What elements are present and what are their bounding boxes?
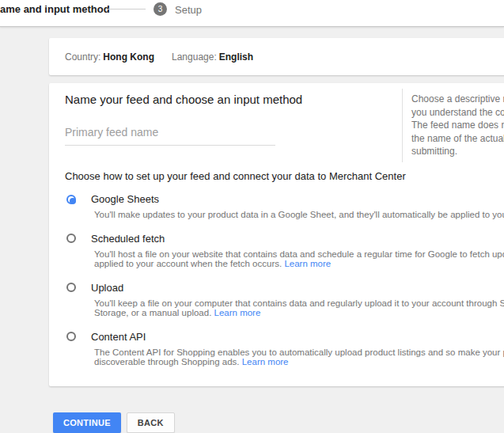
option-label: Scheduled fetch [91, 233, 165, 245]
back-button[interactable]: BACK [127, 412, 175, 433]
country-value: Hong Kong [103, 51, 154, 63]
feed-setup-card: Name your feed and choose an input metho… [49, 83, 504, 386]
stepper-connector-line [108, 9, 146, 9]
radio-button-icon[interactable] [66, 234, 76, 243]
country-setting: Country:Hong Kong [65, 51, 154, 63]
language-value: English [219, 51, 253, 63]
radio-option-content-api[interactable]: Content API [65, 330, 504, 344]
stepper-step-label: Setup [175, 4, 202, 16]
primary-feed-name-input[interactable] [65, 126, 275, 146]
learn-more-link[interactable]: Learn more [242, 357, 289, 367]
radio-button-icon[interactable] [66, 332, 76, 341]
language-label: Language: [172, 51, 217, 63]
country-label: Country: [65, 51, 100, 63]
feed-settings-card: Country:Hong Kong Language:English [49, 38, 504, 75]
input-method-question: Choose how to set up your feed and conne… [65, 170, 504, 182]
stepper-step-number: 3 [158, 5, 163, 13]
option-description: You'll keep a file on your computer that… [94, 298, 504, 318]
option-content-api: Content API The Content API for Shopping… [65, 330, 504, 367]
radio-option-scheduled-fetch[interactable]: Scheduled fetch [65, 232, 504, 245]
option-scheduled-fetch: Scheduled fetch You'll host a file on yo… [65, 232, 504, 269]
radio-button-icon[interactable] [66, 283, 76, 292]
learn-more-link[interactable]: Learn more [214, 308, 261, 317]
option-label: Upload [91, 282, 123, 294]
continue-button[interactable]: CONTINUE [53, 412, 121, 433]
feed-name-help-text: Choose a descriptive name to help you un… [402, 89, 504, 162]
stepper-completed-step-label: ame and input method [0, 3, 110, 15]
radio-option-google-sheets[interactable]: Google Sheets [65, 192, 504, 206]
option-label: Google Sheets [91, 193, 159, 205]
option-upload: Upload You'll keep a file on your comput… [65, 281, 504, 318]
stepper-step-circle: 3 [153, 2, 167, 16]
option-google-sheets: Google Sheets You'll make updates to you… [65, 192, 504, 220]
radio-button-icon[interactable] [66, 195, 76, 204]
option-label: Content API [91, 331, 146, 343]
option-description: The Content API for Shopping enables you… [94, 348, 504, 367]
learn-more-link[interactable]: Learn more [284, 259, 331, 268]
radio-option-upload[interactable]: Upload [65, 281, 504, 294]
option-description: You'll make updates to your product data… [94, 210, 504, 220]
stepper-header: ame and input method 3 Setup [0, 0, 504, 27]
language-setting: Language:English [172, 51, 253, 63]
form-actions: CONTINUE BACK [53, 412, 175, 433]
option-description: You'll host a file on your website that … [94, 249, 504, 269]
